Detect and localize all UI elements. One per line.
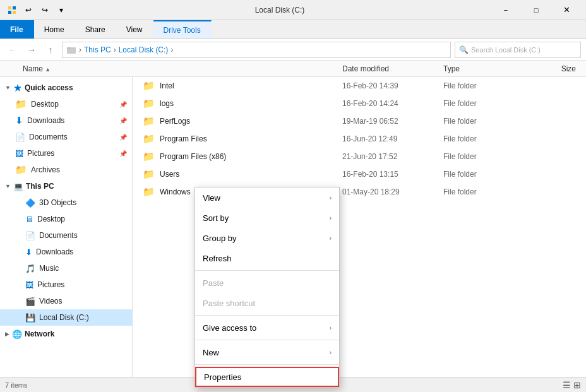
ctx-view[interactable]: View › [195,187,339,208]
ctx-sep-2 [195,315,339,316]
ctx-group-by[interactable]: Group by › [195,228,339,248]
ctx-sep-1 [195,270,339,271]
ctx-give-access[interactable]: Give access to › [195,318,339,338]
ctx-refresh-label: Refresh [203,254,232,263]
context-menu-overlay: View › Sort by › Group by › Refresh Past… [0,0,586,392]
ctx-view-arrow: › [330,194,332,201]
ctx-sep-4 [195,364,339,365]
ctx-sort-by-label: Sort by [203,213,229,223]
ctx-paste-shortcut-label: Paste shortcut [203,299,255,308]
ctx-sort-by-arrow: › [330,215,332,222]
ctx-group-by-arrow: › [330,235,332,242]
ctx-group-by-label: Group by [203,234,236,243]
ctx-give-access-label: Give access to [203,323,256,333]
ctx-new-arrow: › [330,349,332,356]
ctx-view-label: View [203,193,220,203]
ctx-properties-label: Properties [204,372,241,382]
ctx-sort-by[interactable]: Sort by › [195,208,339,228]
ctx-paste-shortcut: Paste shortcut [195,293,339,313]
ctx-sep-3 [195,340,339,340]
context-menu: View › Sort by › Group by › Refresh Past… [194,187,340,388]
ctx-properties[interactable]: Properties [195,367,339,387]
ctx-new-label: New [203,348,219,357]
ctx-paste-label: Paste [203,278,224,288]
ctx-paste: Paste [195,273,339,293]
ctx-refresh[interactable]: Refresh [195,248,339,268]
ctx-give-access-arrow: › [330,324,332,331]
ctx-new[interactable]: New › [195,342,339,362]
